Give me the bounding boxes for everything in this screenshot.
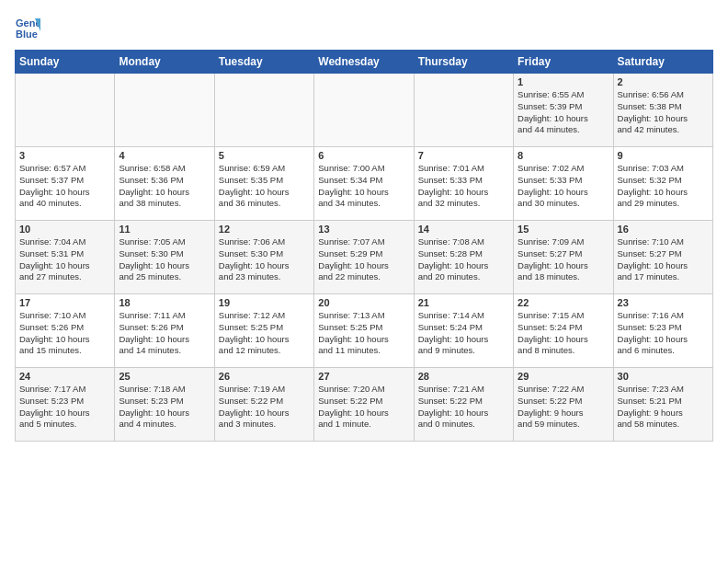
day-number: 25 — [119, 371, 210, 382]
day-number: 21 — [418, 297, 509, 308]
day-info: Sunrise: 7:11 AM Sunset: 5:26 PM Dayligh… — [119, 310, 210, 357]
col-header-monday: Monday — [115, 51, 214, 74]
col-header-saturday: Saturday — [613, 51, 712, 74]
day-info: Sunrise: 7:22 AM Sunset: 5:22 PM Dayligh… — [518, 384, 609, 431]
calendar-cell: 4Sunrise: 6:58 AM Sunset: 5:36 PM Daylig… — [115, 147, 214, 221]
calendar-cell: 19Sunrise: 7:12 AM Sunset: 5:25 PM Dayli… — [214, 294, 313, 368]
day-number: 24 — [19, 371, 110, 382]
calendar-cell: 7Sunrise: 7:01 AM Sunset: 5:33 PM Daylig… — [414, 147, 513, 221]
calendar-cell: 29Sunrise: 7:22 AM Sunset: 5:22 PM Dayli… — [514, 368, 613, 442]
day-info: Sunrise: 7:18 AM Sunset: 5:23 PM Dayligh… — [119, 384, 210, 431]
day-number: 3 — [19, 150, 110, 161]
day-number: 27 — [318, 371, 409, 382]
day-info: Sunrise: 7:15 AM Sunset: 5:24 PM Dayligh… — [518, 310, 609, 357]
calendar-cell: 18Sunrise: 7:11 AM Sunset: 5:26 PM Dayli… — [115, 294, 214, 368]
calendar-cell: 16Sunrise: 7:10 AM Sunset: 5:27 PM Dayli… — [613, 221, 712, 294]
calendar-cell — [115, 74, 214, 147]
day-info: Sunrise: 6:57 AM Sunset: 5:37 PM Dayligh… — [19, 163, 110, 210]
day-number: 13 — [318, 224, 409, 235]
day-info: Sunrise: 7:12 AM Sunset: 5:25 PM Dayligh… — [219, 310, 310, 357]
calendar-cell: 14Sunrise: 7:08 AM Sunset: 5:28 PM Dayli… — [414, 221, 513, 294]
day-info: Sunrise: 6:58 AM Sunset: 5:36 PM Dayligh… — [119, 163, 210, 210]
day-info: Sunrise: 7:00 AM Sunset: 5:34 PM Dayligh… — [318, 163, 409, 210]
day-number: 15 — [518, 224, 609, 235]
day-number: 6 — [318, 150, 409, 161]
day-number: 28 — [418, 371, 509, 382]
calendar-cell: 3Sunrise: 6:57 AM Sunset: 5:37 PM Daylig… — [16, 147, 115, 221]
day-info: Sunrise: 7:19 AM Sunset: 5:22 PM Dayligh… — [219, 384, 310, 431]
day-info: Sunrise: 7:21 AM Sunset: 5:22 PM Dayligh… — [418, 384, 509, 431]
day-number: 11 — [119, 224, 210, 235]
calendar-cell: 26Sunrise: 7:19 AM Sunset: 5:22 PM Dayli… — [214, 368, 313, 442]
calendar-cell: 24Sunrise: 7:17 AM Sunset: 5:23 PM Dayli… — [16, 368, 115, 442]
calendar-cell: 13Sunrise: 7:07 AM Sunset: 5:29 PM Dayli… — [314, 221, 414, 294]
day-number: 2 — [618, 76, 709, 87]
calendar-cell: 2Sunrise: 6:56 AM Sunset: 5:38 PM Daylig… — [613, 74, 712, 147]
calendar-cell: 15Sunrise: 7:09 AM Sunset: 5:27 PM Dayli… — [514, 221, 613, 294]
day-number: 10 — [19, 224, 110, 235]
day-info: Sunrise: 7:06 AM Sunset: 5:30 PM Dayligh… — [219, 236, 310, 283]
day-number: 18 — [119, 297, 210, 308]
calendar-cell: 22Sunrise: 7:15 AM Sunset: 5:24 PM Dayli… — [514, 294, 613, 368]
day-number: 7 — [418, 150, 509, 161]
day-number: 1 — [518, 76, 609, 87]
calendar-cell: 12Sunrise: 7:06 AM Sunset: 5:30 PM Dayli… — [214, 221, 313, 294]
calendar-cell: 21Sunrise: 7:14 AM Sunset: 5:24 PM Dayli… — [414, 294, 513, 368]
day-info: Sunrise: 7:04 AM Sunset: 5:31 PM Dayligh… — [19, 236, 110, 283]
day-number: 17 — [19, 297, 110, 308]
day-number: 8 — [518, 150, 609, 161]
day-info: Sunrise: 7:03 AM Sunset: 5:32 PM Dayligh… — [618, 163, 709, 210]
calendar-table: SundayMondayTuesdayWednesdayThursdayFrid… — [15, 50, 713, 442]
day-number: 14 — [418, 224, 509, 235]
day-info: Sunrise: 7:17 AM Sunset: 5:23 PM Dayligh… — [19, 384, 110, 431]
calendar-cell: 11Sunrise: 7:05 AM Sunset: 5:30 PM Dayli… — [115, 221, 214, 294]
day-number: 5 — [219, 150, 310, 161]
day-info: Sunrise: 7:01 AM Sunset: 5:33 PM Dayligh… — [418, 163, 509, 210]
calendar-cell — [214, 74, 313, 147]
calendar-cell: 28Sunrise: 7:21 AM Sunset: 5:22 PM Dayli… — [414, 368, 513, 442]
col-header-sunday: Sunday — [16, 51, 115, 74]
calendar-cell — [314, 74, 414, 147]
day-info: Sunrise: 6:56 AM Sunset: 5:38 PM Dayligh… — [618, 89, 709, 136]
day-number: 16 — [618, 224, 709, 235]
day-info: Sunrise: 7:14 AM Sunset: 5:24 PM Dayligh… — [418, 310, 509, 357]
day-info: Sunrise: 7:09 AM Sunset: 5:27 PM Dayligh… — [518, 236, 609, 283]
svg-text:Blue: Blue — [16, 29, 38, 40]
day-number: 20 — [318, 297, 409, 308]
calendar-cell: 5Sunrise: 6:59 AM Sunset: 5:35 PM Daylig… — [214, 147, 313, 221]
calendar-cell — [414, 74, 513, 147]
day-info: Sunrise: 6:55 AM Sunset: 5:39 PM Dayligh… — [518, 89, 609, 136]
calendar-cell: 23Sunrise: 7:16 AM Sunset: 5:23 PM Dayli… — [613, 294, 712, 368]
calendar-cell: 8Sunrise: 7:02 AM Sunset: 5:33 PM Daylig… — [514, 147, 613, 221]
day-info: Sunrise: 7:10 AM Sunset: 5:26 PM Dayligh… — [19, 310, 110, 357]
logo: General Blue — [15, 15, 44, 40]
calendar-cell: 10Sunrise: 7:04 AM Sunset: 5:31 PM Dayli… — [16, 221, 115, 294]
day-info: Sunrise: 7:05 AM Sunset: 5:30 PM Dayligh… — [119, 236, 210, 283]
day-info: Sunrise: 6:59 AM Sunset: 5:35 PM Dayligh… — [219, 163, 310, 210]
day-number: 22 — [518, 297, 609, 308]
day-number: 23 — [618, 297, 709, 308]
day-number: 12 — [219, 224, 310, 235]
day-number: 26 — [219, 371, 310, 382]
day-number: 29 — [518, 371, 609, 382]
calendar-cell: 9Sunrise: 7:03 AM Sunset: 5:32 PM Daylig… — [613, 147, 712, 221]
col-header-tuesday: Tuesday — [214, 51, 313, 74]
calendar-cell: 20Sunrise: 7:13 AM Sunset: 5:25 PM Dayli… — [314, 294, 414, 368]
day-info: Sunrise: 7:02 AM Sunset: 5:33 PM Dayligh… — [518, 163, 609, 210]
calendar-cell: 30Sunrise: 7:23 AM Sunset: 5:21 PM Dayli… — [613, 368, 712, 442]
col-header-wednesday: Wednesday — [314, 51, 414, 74]
day-info: Sunrise: 7:23 AM Sunset: 5:21 PM Dayligh… — [618, 384, 709, 431]
calendar-cell: 27Sunrise: 7:20 AM Sunset: 5:22 PM Dayli… — [314, 368, 414, 442]
day-info: Sunrise: 7:10 AM Sunset: 5:27 PM Dayligh… — [618, 236, 709, 283]
day-info: Sunrise: 7:07 AM Sunset: 5:29 PM Dayligh… — [318, 236, 409, 283]
calendar-cell: 25Sunrise: 7:18 AM Sunset: 5:23 PM Dayli… — [115, 368, 214, 442]
day-number: 9 — [618, 150, 709, 161]
day-number: 19 — [219, 297, 310, 308]
col-header-thursday: Thursday — [414, 51, 513, 74]
day-number: 30 — [618, 371, 709, 382]
day-info: Sunrise: 7:16 AM Sunset: 5:23 PM Dayligh… — [618, 310, 709, 357]
day-info: Sunrise: 7:20 AM Sunset: 5:22 PM Dayligh… — [318, 384, 409, 431]
col-header-friday: Friday — [514, 51, 613, 74]
calendar-cell: 17Sunrise: 7:10 AM Sunset: 5:26 PM Dayli… — [16, 294, 115, 368]
day-number: 4 — [119, 150, 210, 161]
